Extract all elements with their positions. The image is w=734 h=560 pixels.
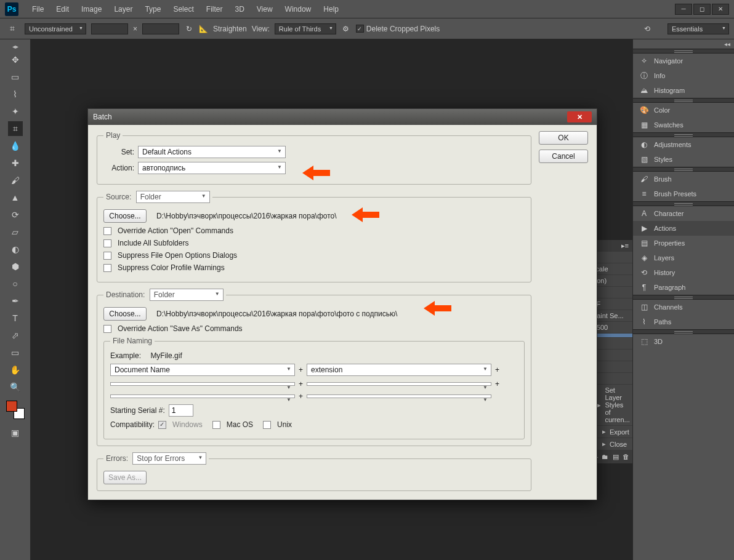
shape-tool[interactable]: ▭ xyxy=(8,345,23,360)
menu-edit[interactable]: Edit xyxy=(50,2,75,16)
eyedropper-tool[interactable]: 💧 xyxy=(8,138,23,153)
menu-filter[interactable]: Filter xyxy=(200,2,229,16)
panel-actions[interactable]: ▶Actions xyxy=(633,221,734,236)
toolbox-collapse[interactable]: ◂▸ xyxy=(9,42,22,51)
eraser-tool[interactable]: ▱ xyxy=(8,225,23,239)
dialog-close-button[interactable]: ✕ xyxy=(567,111,592,122)
wand-tool[interactable]: ✦ xyxy=(8,104,23,119)
healing-tool[interactable]: ✚ xyxy=(8,156,23,170)
color-swatches[interactable] xyxy=(6,401,25,419)
menu-help[interactable]: Help xyxy=(317,2,345,16)
errors-combo[interactable]: Stop for Errors xyxy=(132,452,206,465)
panel-paragraph[interactable]: ¶Paragraph xyxy=(633,280,734,295)
panel-brushpresets[interactable]: ≡Brush Presets xyxy=(633,186,734,201)
crop-width-input[interactable] xyxy=(91,23,128,34)
panel-character[interactable]: ACharacter xyxy=(633,206,734,221)
view-dropdown[interactable]: Rule of Thirds xyxy=(275,23,336,34)
fg-color-swatch[interactable] xyxy=(6,401,17,412)
panel-styles[interactable]: ▧Styles xyxy=(633,152,734,167)
hand-tool[interactable]: ✋ xyxy=(8,362,23,377)
pen-tool[interactable]: ✒ xyxy=(8,294,23,308)
panels-collapse[interactable]: ◂◂ xyxy=(633,39,734,49)
delete-cropped-checkbox[interactable]: ✓ xyxy=(356,25,364,33)
serial-input[interactable] xyxy=(169,404,193,417)
name-slot-1[interactable]: Document Name xyxy=(110,364,295,376)
override-open-checkbox[interactable] xyxy=(103,227,111,235)
panel-layers[interactable]: ◈Layers xyxy=(633,250,734,265)
panel-brush[interactable]: 🖌Brush xyxy=(633,172,734,186)
menu-select[interactable]: Select xyxy=(167,2,200,16)
menu-3d[interactable]: 3D xyxy=(228,2,250,16)
cancel-button[interactable]: Cancel xyxy=(539,150,588,163)
panel-adjustments[interactable]: ◐Adjustments xyxy=(633,137,734,152)
workspace-dropdown[interactable]: Essentials xyxy=(667,23,729,34)
name-slot-6[interactable] xyxy=(307,394,491,398)
menu-image[interactable]: Image xyxy=(75,2,108,16)
action-combo[interactable]: автоподпись xyxy=(138,162,286,174)
source-combo[interactable]: Folder xyxy=(136,191,210,203)
folder-icon[interactable]: 🖿 xyxy=(602,453,608,461)
gradient-tool[interactable]: ◐ xyxy=(8,242,23,257)
name-slot-4[interactable] xyxy=(307,382,491,386)
history-brush-tool[interactable]: ⟳ xyxy=(8,207,23,222)
menu-layer[interactable]: Layer xyxy=(108,2,139,16)
stamp-tool[interactable]: ▲ xyxy=(8,190,23,205)
close-window-button[interactable]: ✕ xyxy=(712,4,729,15)
destination-combo[interactable]: Folder xyxy=(150,289,224,301)
set-combo[interactable]: Default Actions xyxy=(138,146,286,158)
quickmask-tool[interactable]: ▣ xyxy=(8,425,23,440)
maximize-button[interactable]: ◻ xyxy=(693,4,711,15)
destination-choose-button[interactable]: Choose... xyxy=(103,307,147,321)
menu-view[interactable]: View xyxy=(251,2,279,16)
straighten-icon[interactable]: 📐 xyxy=(199,25,208,33)
move-tool[interactable]: ✥ xyxy=(8,52,23,67)
crop-height-input[interactable] xyxy=(142,23,179,34)
panel-3d[interactable]: ⬚3D xyxy=(633,334,734,349)
dialog-titlebar[interactable]: Batch ✕ xyxy=(88,109,597,125)
panel-properties[interactable]: ▤Properties xyxy=(633,236,734,250)
menu-type[interactable]: Type xyxy=(139,2,167,16)
brush-tool[interactable]: 🖌 xyxy=(8,173,23,188)
clear-icon[interactable]: × xyxy=(133,25,137,33)
panel-color[interactable]: 🎨Color xyxy=(633,103,734,118)
settings-gear-icon[interactable]: ⚙ xyxy=(341,24,351,34)
history-undo-icon[interactable]: ⟲ xyxy=(644,25,650,33)
name-slot-3[interactable] xyxy=(110,382,295,386)
panel-navigator[interactable]: ✧Navigator xyxy=(633,54,734,68)
minimize-button[interactable]: ─ xyxy=(675,4,692,15)
dodge-tool[interactable]: ○ xyxy=(8,276,23,291)
zoom-tool[interactable]: 🔍 xyxy=(8,380,23,394)
override-saveas-checkbox[interactable] xyxy=(103,325,111,333)
ok-button[interactable]: OK xyxy=(539,131,588,145)
compat-unix-checkbox[interactable] xyxy=(263,421,271,429)
panel-paths[interactable]: ⌇Paths xyxy=(633,314,734,329)
nested-action[interactable]: Close xyxy=(610,441,627,448)
panel-swatches[interactable]: ▦Swatches xyxy=(633,118,734,132)
subfolders-checkbox[interactable] xyxy=(103,239,111,247)
panel-info[interactable]: ⓘInfo xyxy=(633,68,734,83)
type-tool[interactable]: T xyxy=(8,311,23,326)
lasso-tool[interactable]: ⌇ xyxy=(8,87,23,102)
marquee-tool[interactable]: ▭ xyxy=(8,70,23,84)
new-icon[interactable]: ▤ xyxy=(613,453,619,461)
source-choose-button[interactable]: Choose... xyxy=(103,209,147,223)
panel-menu-icon[interactable]: ▸≡ xyxy=(618,240,632,252)
panel-channels[interactable]: ◫Channels xyxy=(633,300,734,314)
suppress-open-checkbox[interactable] xyxy=(103,252,111,260)
crop-tool[interactable]: ⌗ xyxy=(8,121,23,136)
suppress-profile-checkbox[interactable] xyxy=(103,264,111,272)
name-slot-2[interactable]: extension xyxy=(307,364,491,376)
menu-window[interactable]: Window xyxy=(279,2,318,16)
path-select-tool[interactable]: ⬀ xyxy=(8,328,23,343)
panel-history[interactable]: ⟲History xyxy=(633,265,734,280)
name-slot-5[interactable] xyxy=(110,394,295,398)
nested-action[interactable]: Set Layer Styles of curren... xyxy=(605,386,630,423)
reset-icon[interactable]: ↻ xyxy=(184,24,194,34)
blur-tool[interactable]: ⬢ xyxy=(8,259,23,274)
panel-histogram[interactable]: ⛰Histogram xyxy=(633,83,734,98)
compat-mac-checkbox[interactable] xyxy=(212,421,220,429)
constrain-dropdown[interactable]: Unconstrained xyxy=(25,23,86,34)
menu-file[interactable]: File xyxy=(26,2,50,16)
trash-icon[interactable]: 🗑 xyxy=(623,453,629,461)
nested-action[interactable]: Export xyxy=(610,428,629,436)
